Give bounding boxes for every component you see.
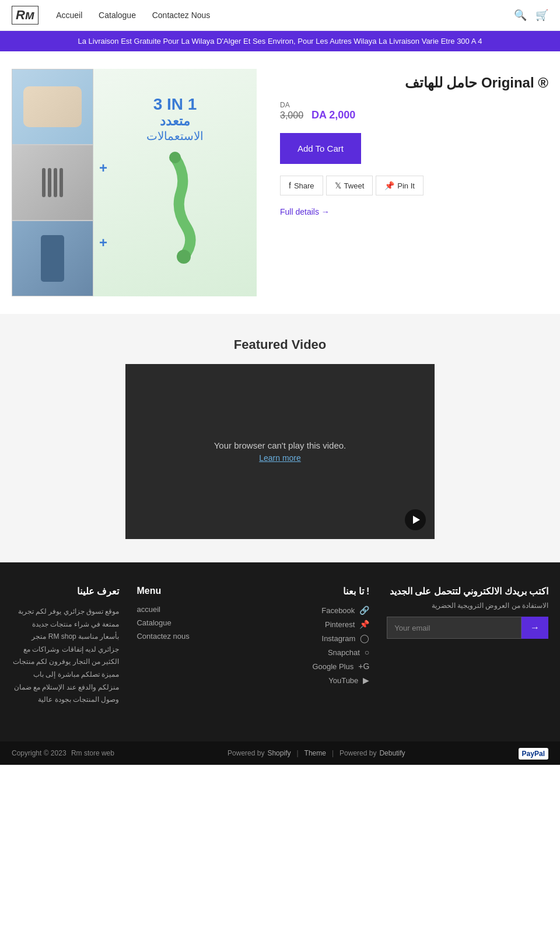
nav-accueil[interactable]: Accueil xyxy=(56,11,82,20)
footer-menu-link-catalogue[interactable]: Catalogue xyxy=(136,618,244,627)
newsletter-subtitle: الاستفادة من العروض الترويجية الحضرية xyxy=(387,601,548,610)
footer-instagram-link[interactable]: ◯ Instagram xyxy=(262,634,369,643)
newsletter-title: اكتب بريدك الالكتروني لتتحمل على الجديد xyxy=(387,586,548,597)
twitter-icon: 𝕏 xyxy=(335,181,341,190)
text-arabic-multi: متعدد xyxy=(146,114,204,129)
newsletter-submit-button[interactable]: → xyxy=(522,617,548,639)
share-icon: f xyxy=(289,181,291,190)
share-button[interactable]: f Share xyxy=(280,176,323,195)
sport-person xyxy=(41,235,64,282)
original-price: 3,000 xyxy=(280,110,303,120)
video-learn-more-link[interactable]: Learn more xyxy=(259,453,301,463)
footer-col-newsletter: اكتب بريدك الالكتروني لتتحمل على الجديد … xyxy=(387,586,548,706)
instagram-label: Instagram xyxy=(322,634,356,643)
announcement-text: La Livraison Est Gratuite Pour La Wilaya… xyxy=(78,37,482,46)
footer-col-social: ! تا بعنا 🔗 Facebook 📌 Pinterest ◯ Insta… xyxy=(262,586,369,706)
video-container[interactable]: Your browser can't play this video. Lear… xyxy=(125,364,435,539)
newsletter-email-input[interactable] xyxy=(387,617,522,639)
text-3in1: 3 IN 1 xyxy=(146,95,204,114)
footer: تعرف علينا موقع تسوق جزائري يوفر لكم تجر… xyxy=(0,562,560,741)
googleplus-label: Google Plus xyxy=(312,662,354,671)
sale-price: DA 2,000 xyxy=(312,109,355,121)
footer-about-title: تعرف علينا xyxy=(12,586,119,597)
footer-facebook-link[interactable]: 🔗 Facebook xyxy=(262,606,369,615)
tweet-label: Tweet xyxy=(344,181,365,190)
featured-video-title: Featured Video xyxy=(12,337,548,352)
plus-sign-top: + xyxy=(99,160,107,176)
flex-arm-svg xyxy=(140,152,210,268)
facebook-label: Facebook xyxy=(321,606,355,615)
text-arabic-uses: الاستعمالات xyxy=(146,129,204,143)
product-image-sport xyxy=(12,221,93,296)
collage-left xyxy=(12,69,93,296)
footer-about-text: موقع تسوق جزائري يوفر لكم تجربة ممتعة في… xyxy=(12,606,119,706)
snapchat-icon: ○ xyxy=(365,648,369,657)
social-share: f Share 𝕏 Tweet 📌 Pin It xyxy=(280,176,548,195)
newsletter-form: → xyxy=(387,617,548,639)
product-text-overlay: 3 IN 1 متعدد الاستعمالات xyxy=(146,95,204,143)
instagram-icon: ◯ xyxy=(360,634,369,643)
payment-badges: PayPal xyxy=(519,748,548,758)
pin-label: Pin It xyxy=(397,181,415,190)
pinterest-icon: 📌 xyxy=(359,620,369,629)
nav-catalogue[interactable]: Catalogue xyxy=(99,11,136,20)
video-play-button[interactable] xyxy=(405,509,426,530)
product-image-car xyxy=(12,145,93,221)
header-right: 🔍 🛒 xyxy=(514,9,548,22)
copyright-text: Copyright © 2023 xyxy=(12,749,66,757)
separator1: | xyxy=(296,749,298,757)
logo[interactable]: Rм xyxy=(12,6,38,25)
youtube-icon: ▶ xyxy=(363,676,369,685)
footer-menu-link-contact[interactable]: Contactez nous xyxy=(136,632,244,641)
cart-icon[interactable]: 🛒 xyxy=(536,9,548,22)
footer-col-about: تعرف علينا موقع تسوق جزائري يوفر لكم تجر… xyxy=(12,586,119,706)
footer-snapchat-link[interactable]: ○ Snapchat xyxy=(262,648,369,657)
product-info: ® Original حامل للهاتف DA 3,000 DA 2,000… xyxy=(280,69,548,296)
paypal-badge: PayPal xyxy=(519,748,548,760)
debutify-link[interactable]: Debutify xyxy=(379,749,405,757)
product-images: + + 3 IN 1 متعدد الاستعمالات xyxy=(12,69,257,296)
add-to-cart-button[interactable]: Add To Cart xyxy=(280,133,361,164)
svg-point-1 xyxy=(177,250,191,264)
header-left: Rм Accueil Catalogue Contactez Nous xyxy=(12,6,210,25)
announcement-bar: La Livraison Est Gratuite Pour La Wilaya… xyxy=(0,31,560,51)
flexible-arm-container xyxy=(140,152,210,270)
googleplus-icon: G+ xyxy=(358,662,369,671)
plus-sign-bottom: + xyxy=(99,235,107,251)
product-collage: + + 3 IN 1 متعدد الاستعمالات xyxy=(12,69,257,296)
search-icon[interactable]: 🔍 xyxy=(514,9,527,22)
car-vent xyxy=(42,168,63,197)
footer-social-title: ! تا بعنا xyxy=(262,586,369,597)
pinterest-icon: 📌 xyxy=(384,181,394,190)
powered-by2-label: Powered by xyxy=(340,749,376,757)
footer-menu-link-accueil[interactable]: accueil xyxy=(136,605,244,614)
separator2: | xyxy=(332,749,334,757)
shopify-link[interactable]: Shopify xyxy=(267,749,290,757)
nav-contact[interactable]: Contactez Nous xyxy=(152,11,211,20)
svg-point-0 xyxy=(169,152,181,163)
snapchat-label: Snapchat xyxy=(328,648,360,657)
youtube-label: YouTube xyxy=(328,676,358,685)
theme-link[interactable]: Theme xyxy=(304,749,326,757)
full-details-link[interactable]: Full details → xyxy=(280,207,330,216)
store-name: Rm store web xyxy=(71,749,114,757)
footer-bottom-center: Powered by Shopify | Theme | Powered by … xyxy=(228,749,405,757)
pin-button[interactable]: 📌 Pin It xyxy=(376,176,424,195)
price-currency: DA xyxy=(280,101,290,109)
pillow-shape xyxy=(23,86,82,127)
play-triangle-icon xyxy=(413,516,420,524)
featured-video-section: Featured Video Your browser can't play t… xyxy=(0,314,560,562)
header: Rм Accueil Catalogue Contactez Nous 🔍 🛒 xyxy=(0,0,560,31)
footer-copyright: Copyright © 2023 Rm store web xyxy=(12,749,114,757)
footer-bottom: Copyright © 2023 Rm store web Powered by… xyxy=(0,741,560,765)
main-nav: Accueil Catalogue Contactez Nous xyxy=(56,11,210,20)
footer-googleplus-link[interactable]: G+ Google Plus xyxy=(262,662,369,671)
product-image-pillow xyxy=(12,69,93,145)
collage-right: + + 3 IN 1 متعدد الاستعمالات xyxy=(93,69,257,296)
share-label: Share xyxy=(294,181,314,190)
footer-pinterest-link[interactable]: 📌 Pinterest xyxy=(262,620,369,629)
facebook-icon: 🔗 xyxy=(359,606,369,615)
product-section: + + 3 IN 1 متعدد الاستعمالات ® Original xyxy=(0,51,560,314)
tweet-button[interactable]: 𝕏 Tweet xyxy=(326,176,373,195)
footer-youtube-link[interactable]: ▶ YouTube xyxy=(262,676,369,685)
